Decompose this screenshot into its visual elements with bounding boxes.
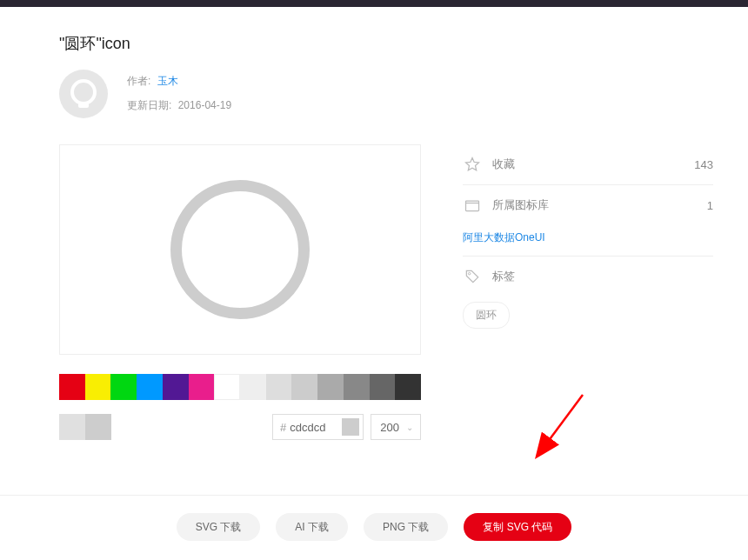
author-label: 作者: bbox=[127, 75, 150, 87]
size-select[interactable]: 200 ⌄ bbox=[371, 414, 421, 440]
shade-swatches bbox=[59, 414, 111, 440]
palette-swatch[interactable] bbox=[189, 374, 215, 400]
palette-swatch[interactable] bbox=[163, 374, 189, 400]
svg-point-3 bbox=[468, 272, 471, 275]
favorites-label: 收藏 bbox=[492, 157, 515, 172]
date-line: 更新日期: 2016-04-19 bbox=[127, 97, 231, 113]
date-label: 更新日期: bbox=[127, 99, 171, 111]
shade-swatch[interactable] bbox=[59, 414, 85, 440]
download-svg-button[interactable]: SVG 下载 bbox=[177, 513, 261, 541]
favorites-row[interactable]: 收藏 143 bbox=[463, 144, 713, 184]
topbar bbox=[0, 0, 748, 7]
palette-swatch[interactable] bbox=[214, 374, 240, 400]
color-chip bbox=[342, 418, 359, 436]
tags-row: 标签 bbox=[463, 257, 713, 297]
library-count: 1 bbox=[707, 199, 713, 212]
palette-swatch[interactable] bbox=[85, 374, 111, 400]
palette-swatch[interactable] bbox=[370, 374, 396, 400]
author-line: 作者: 玉木 bbox=[127, 73, 231, 89]
svg-rect-2 bbox=[466, 201, 479, 211]
favorites-count: 143 bbox=[694, 158, 713, 171]
footer: SVG 下载 AI 下载 PNG 下载 复制 SVG 代码 bbox=[0, 495, 748, 560]
page-title: "圆环"icon bbox=[59, 33, 713, 54]
palette-swatch[interactable] bbox=[240, 374, 266, 400]
copy-svg-button[interactable]: 复制 SVG 代码 bbox=[464, 513, 571, 541]
author-row: 作者: 玉木 更新日期: 2016-04-19 bbox=[59, 70, 713, 122]
tags-label: 标签 bbox=[492, 269, 515, 284]
folder-icon bbox=[463, 196, 482, 215]
color-palette bbox=[59, 374, 421, 400]
palette-swatch[interactable] bbox=[137, 374, 163, 400]
date-value: 2016-04-19 bbox=[178, 99, 231, 111]
hex-input-wrap[interactable]: # bbox=[272, 414, 364, 440]
library-row: 所属图标库 1 bbox=[463, 185, 713, 225]
palette-swatch[interactable] bbox=[266, 374, 292, 400]
avatar-icon bbox=[68, 78, 99, 110]
palette-swatch[interactable] bbox=[291, 374, 317, 400]
tag-icon bbox=[463, 267, 482, 286]
icon-preview bbox=[59, 144, 421, 355]
palette-swatch[interactable] bbox=[344, 374, 370, 400]
hash-symbol: # bbox=[280, 421, 286, 434]
shade-swatch[interactable] bbox=[85, 414, 111, 440]
hex-input[interactable] bbox=[290, 421, 338, 434]
tag-pill[interactable]: 圆环 bbox=[463, 302, 510, 329]
library-link[interactable]: 阿里大数据OneUI bbox=[463, 225, 713, 256]
author-link[interactable]: 玉木 bbox=[157, 75, 178, 87]
ring-icon bbox=[170, 180, 310, 319]
chevron-down-icon: ⌄ bbox=[406, 423, 413, 432]
svg-point-0 bbox=[72, 81, 95, 103]
palette-swatch[interactable] bbox=[59, 374, 85, 400]
palette-swatch[interactable] bbox=[110, 374, 137, 400]
size-value: 200 bbox=[380, 421, 399, 434]
download-ai-button[interactable]: AI 下载 bbox=[276, 513, 348, 541]
palette-swatch[interactable] bbox=[317, 374, 344, 400]
star-icon bbox=[463, 155, 482, 174]
avatar[interactable] bbox=[59, 70, 108, 118]
download-png-button[interactable]: PNG 下载 bbox=[364, 513, 448, 541]
svg-rect-1 bbox=[78, 103, 89, 108]
palette-swatch[interactable] bbox=[395, 374, 421, 400]
library-label: 所属图标库 bbox=[492, 197, 549, 213]
